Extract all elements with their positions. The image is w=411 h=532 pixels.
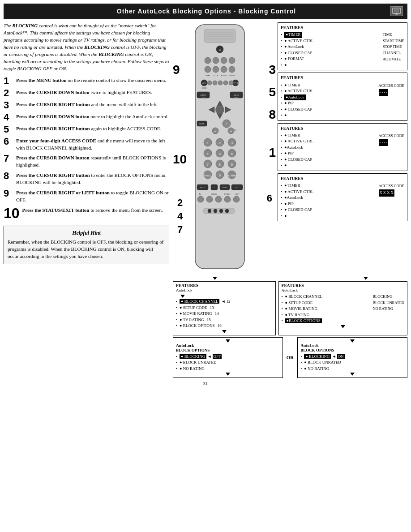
al-tv-rating: ● TV RATING 15 (176, 317, 273, 323)
overlay-10: 10 (173, 152, 187, 167)
arrow-into-on (300, 339, 404, 343)
arrow-in-box (180, 295, 185, 298)
al-feat-arrow (176, 294, 185, 299)
feat-box-1-list: ●TIMER ● ACTIVE CTRL ● AutoLock ● CLOSED… (281, 32, 313, 68)
hint-text: Remember, when the BLOCKING control is O… (8, 239, 165, 260)
feat-item-active-ctrl: ● ACTIVE CTRL (281, 38, 313, 44)
feat-box-3-right: ACCESS CODE - - - - (379, 133, 404, 169)
svg-text:1: 1 (207, 142, 209, 145)
or-label: OR (285, 355, 296, 360)
al-feat-list: ● BLOCK CHANNEL◄ 12 ● SETUP CODE 13 ● MO… (176, 299, 273, 329)
svg-rect-6 (204, 29, 235, 43)
feat-b2-dot: ● (281, 112, 313, 119)
svg-text:SELECT: SELECT (234, 97, 239, 99)
svg-text:ACTIVE: ACTIVE (221, 75, 227, 77)
svg-point-97 (208, 209, 211, 213)
step-text-3: Press the CURSOR RIGHT button and the me… (16, 101, 158, 108)
feat-b4-closed-cap: ● CLOSED CAP (281, 207, 313, 213)
svg-point-29 (207, 81, 212, 85)
arrow-down-box1 (176, 330, 273, 333)
svg-text:REC ●: REC ● (200, 187, 205, 189)
page-number: 31 (0, 378, 411, 389)
feat-box-3-title: FEATURES (281, 125, 404, 132)
svg-text:5: 5 (219, 152, 221, 155)
al-block-title: FEATURES (282, 283, 404, 288)
svg-text:TV CH: TV CH (214, 75, 218, 77)
arrow-down-3 (341, 325, 345, 328)
svg-text:EXIT: EXIT (202, 97, 205, 99)
feat-item-format: ● FORMAT (281, 56, 313, 62)
step-num-1: 1 (4, 76, 13, 86)
overlay-1: 1 (269, 146, 276, 160)
svg-point-16 (229, 57, 235, 64)
arrow-down-right (364, 277, 368, 280)
step-num-3: 3 (4, 100, 13, 110)
svg-text:SLEEP: SLEEP (222, 187, 227, 189)
svg-point-19 (221, 66, 227, 73)
feat-b3-timer: ● TIMER (281, 133, 313, 139)
svg-point-31 (218, 81, 223, 85)
feat-box-1-title: FEATURES (281, 25, 404, 31)
helpful-hint-box: Helpful Hint Remember, when the BLOCKING… (4, 226, 169, 264)
feat-b3-autolock: ●AutoLock (281, 145, 313, 151)
svg-point-20 (229, 66, 235, 73)
step-text-10: Press the STATUS/EXIT button to remove t… (22, 207, 163, 214)
intro-paragraph: The BLOCKING control is what can be thou… (4, 22, 169, 73)
feat-b2-timer: ● TIMER (281, 82, 313, 89)
al-block-options: ● BLOCK OPTIONS 16 (176, 323, 273, 329)
al-on-block-unrated: ● BLOCK UNRATED (300, 360, 404, 366)
feat-b3-active-ctrl: ● ACTIVE CTRL (281, 138, 313, 145)
svg-text:−: − (214, 129, 217, 133)
svg-point-45 (215, 105, 224, 114)
svg-text:VOL: VOL (202, 82, 206, 85)
al-b-block-options: ●BLOCK OPTIONS (282, 318, 371, 324)
overlay-4: 4 (177, 210, 183, 222)
svg-point-93 (215, 196, 222, 202)
arrow-into-off (176, 339, 280, 343)
hint-title: Helpful Hint (8, 230, 165, 236)
feat-b4-autolock: ●AutoLock (281, 195, 313, 201)
overlay-8: 8 (269, 107, 276, 122)
step-text-1: Press the MENU button on the remote cont… (16, 77, 166, 84)
arrow-off (226, 339, 230, 343)
al-feat-content (176, 294, 273, 299)
arrow-down-off (176, 373, 280, 376)
arrow-down-5 (350, 373, 355, 376)
al-off-subtitle: BLOCK OPTIONS (176, 348, 280, 352)
feature-box-1: FEATURES ●TIMER ● ACTIVE CTRL ● AutoLock… (278, 22, 407, 70)
al-off-title: AutoLock (176, 343, 280, 348)
svg-point-30 (213, 81, 217, 85)
svg-point-33 (229, 81, 233, 85)
step-8: 8 Press the CURSOR RIGHT button to enter… (4, 172, 169, 186)
svg-text:⏻: ⏻ (219, 48, 221, 51)
block-options-on-box: AutoLock BLOCK OPTIONS ● BLOCKING ◄ ON ●… (297, 337, 407, 378)
feat-box-2-title: FEATURES (281, 75, 404, 81)
autolock-features-box: FEATURES AutoLock ● BLOCK CHANNEL◄ 12 ● … (173, 281, 276, 335)
overlay-3: 3 (269, 63, 276, 77)
svg-text:FREEZE: FREEZE (229, 75, 235, 77)
svg-text:CC: CC (213, 187, 215, 189)
feat-b2-active-ctrl: ● ACTIVE CTRL (281, 88, 313, 94)
autolock-blocking-box: FEATURES AutoLock ● BLOCK CHANNEL ● SETU… (278, 281, 407, 335)
al-on-list: ● BLOCKING ◄ ON ● BLOCK UNRATED ● NO RAT… (300, 354, 404, 372)
feat-b2-autolock: ●AutoLock (281, 94, 313, 101)
bottom-diagrams-area: FEATURES AutoLock ● BLOCK CHANNEL◄ 12 ● … (173, 277, 407, 378)
step-num-6: 6 (4, 137, 13, 146)
al-feat-title: FEATURES (176, 283, 273, 288)
block-options-off-box: AutoLock BLOCK OPTIONS ● BLOCKING ◄ OFF … (173, 337, 283, 378)
svg-text:LIST: LIST (235, 187, 239, 189)
feat-item-dot: ● (281, 62, 313, 69)
svg-point-32 (223, 81, 228, 85)
svg-text:+: + (226, 122, 228, 126)
feat-box-3-list: ● TIMER ● ACTIVE CTRL ●AutoLock ● PIP ● … (281, 133, 313, 169)
feat-b4-dot: ● (281, 213, 313, 219)
step-num-9: 9 (4, 189, 13, 198)
feat-box-4-list: ● TIMER ● ACTIVE CTRL ●AutoLock ● PIP ● … (281, 183, 313, 219)
svg-text:8: 8 (219, 163, 221, 166)
feature-box-2: FEATURES ● TIMER ● ACTIVE CTRL ●AutoLock… (278, 73, 407, 120)
al-block-content: ● BLOCK CHANNEL ● SETUP CODE ● MOVIE RAT… (282, 294, 404, 324)
step-text-8: Press the CURSOR RIGHT button to enter t… (16, 172, 169, 186)
svg-point-98 (214, 209, 217, 213)
svg-rect-1 (394, 9, 399, 13)
step-num-2: 2 (4, 88, 13, 98)
